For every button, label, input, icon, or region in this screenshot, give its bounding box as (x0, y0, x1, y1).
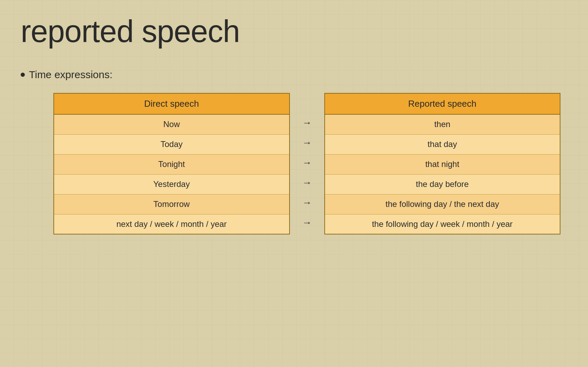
direct-speech-header: Direct speech (54, 93, 290, 114)
page-title: reported speech (21, 14, 240, 49)
arrow-icon-3: → (302, 173, 312, 193)
table-row: that day (325, 134, 560, 154)
reported-cell-4: the following day / the next day (325, 194, 560, 214)
direct-cell-4: Tomorrow (54, 194, 290, 214)
arrow-icon-4: → (302, 193, 312, 213)
table-row: Today (54, 134, 290, 154)
table-row: Yesterday (54, 174, 290, 194)
table-row: that night (325, 154, 560, 174)
table-row: Tomorrow (54, 194, 290, 214)
arrow-icon-2: → (302, 153, 312, 173)
direct-cell-5: next day / week / month / year (54, 214, 290, 234)
table-row: next day / week / month / year (54, 214, 290, 234)
reported-cell-1: that day (325, 134, 560, 154)
reported-cell-0: then (325, 114, 560, 134)
direct-speech-table: Direct speech NowTodayTonightYesterdayTo… (53, 93, 290, 234)
direct-cell-0: Now (54, 114, 290, 134)
table-row: then (325, 114, 560, 134)
table-row: the following day / week / month / year (325, 214, 560, 234)
bullet-label: Time expressions: (29, 69, 112, 81)
arrow-icon-0: → (302, 113, 312, 133)
bullet-dot (21, 73, 25, 77)
reported-speech-header: Reported speech (325, 93, 560, 114)
arrow-icon-1: → (302, 133, 312, 153)
table-row: Tonight (54, 154, 290, 174)
tables-container: Direct speech NowTodayTonightYesterdayTo… (53, 93, 560, 234)
table-row: the following day / the next day (325, 194, 560, 214)
reported-cell-3: the day before (325, 174, 560, 194)
arrow-icon-5: → (302, 213, 312, 233)
reported-cell-2: that night (325, 154, 560, 174)
direct-cell-1: Today (54, 134, 290, 154)
bullet-section: Time expressions: (21, 69, 112, 81)
direct-cell-2: Tonight (54, 154, 290, 174)
table-row: Now (54, 114, 290, 134)
reported-speech-table: Reported speech thenthat daythat nightth… (324, 93, 561, 234)
reported-cell-5: the following day / week / month / year (325, 214, 560, 234)
arrow-column: →→→→→→ (290, 93, 324, 233)
direct-cell-3: Yesterday (54, 174, 290, 194)
table-row: the day before (325, 174, 560, 194)
